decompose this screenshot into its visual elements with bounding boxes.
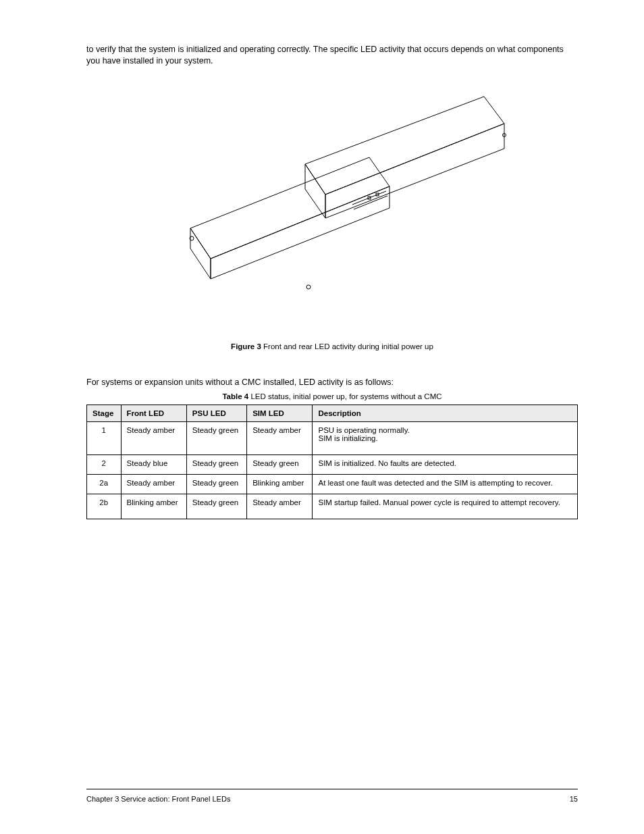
cell-desc: SIM is initialized. No faults are detect… [313,454,578,474]
table-caption: Table 4 LED status, initial power up, fo… [86,392,578,400]
col-sim-led: SIM LED [247,405,313,421]
table-row: 2b Blinking amber Steady green Steady am… [87,494,578,519]
svg-marker-2 [325,124,504,218]
cell-stage: 2b [87,494,122,519]
figure-illustration: Figure 3 Front and rear LED activity dur… [86,76,578,350]
table-row: 2 Steady blue Steady green Steady green … [87,454,578,474]
cell-front: Steady blue [121,454,186,474]
svg-marker-3 [190,157,390,259]
cell-front: Steady amber [121,474,186,494]
svg-point-9 [306,285,311,289]
svg-marker-4 [190,228,211,279]
page-footer: Chapter 3 Service action: Front Panel LE… [86,789,578,803]
cell-sim: Blinking amber [247,474,313,494]
cell-stage: 2 [87,454,122,474]
cell-front: Steady amber [121,421,186,454]
cell-desc: At least one fault was detected and the … [313,474,578,494]
cell-sim: Steady green [247,454,313,474]
cell-stage: 1 [87,421,122,454]
cell-sim: Steady amber [247,421,313,454]
cell-stage: 2a [87,474,122,494]
table-intro-paragraph: For systems or expansion units without a… [86,377,578,387]
cell-psu: Steady green [186,454,246,474]
cell-desc: PSU is operating normally. SIM is initia… [313,421,578,454]
svg-marker-0 [305,97,504,194]
cell-sim: Steady amber [247,494,313,519]
table-row: 2a Steady amber Steady green Blinking am… [87,474,578,494]
svg-marker-1 [305,164,325,218]
cell-psu: Steady green [186,494,246,519]
footer-page-number: 15 [570,795,578,803]
col-description: Description [313,405,578,421]
cell-psu: Steady green [186,421,246,454]
col-psu-led: PSU LED [186,405,246,421]
led-status-table: Stage Front LED PSU LED SIM LED Descript… [86,405,578,519]
footer-chapter: Chapter 3 Service action: Front Panel LE… [86,795,230,803]
intro-paragraph: to verify that the system is initialized… [86,44,578,67]
cell-front: Blinking amber [121,494,186,519]
table-row: 1 Steady amber Steady green Steady amber… [87,421,578,454]
cell-desc: SIM startup failed. Manual power cycle i… [313,494,578,519]
enclosure-drawing [153,76,511,333]
svg-line-6 [352,191,386,205]
col-front-led: Front LED [121,405,186,421]
cell-psu: Steady green [186,474,246,494]
figure-caption: Figure 3 Front and rear LED activity dur… [86,342,578,350]
col-stage: Stage [87,405,122,421]
table-header-row: Stage Front LED PSU LED SIM LED Descript… [87,405,578,421]
